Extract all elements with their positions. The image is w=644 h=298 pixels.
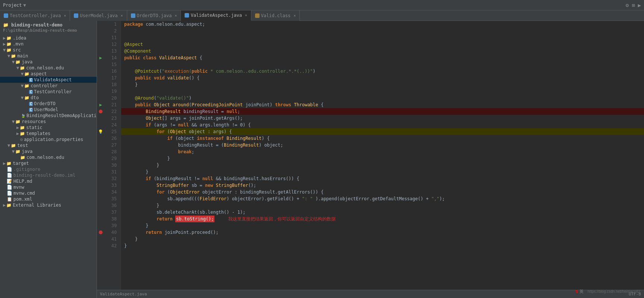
sidebar-item-testcontroller[interactable]: C TestController [0,89,97,95]
code-line-36: } [121,202,644,209]
props-icon: ⚙ [20,137,23,142]
keyword: class [143,54,157,61]
folder-icon: 📁 [6,161,12,166]
tab-close[interactable]: ✕ [64,13,66,18]
gutter-15 [97,61,104,68]
code-line-22: BindingResult bindingResult = null; [121,108,644,115]
folder-icon: 📁 [6,48,12,53]
ln-42: 42 [107,242,118,249]
ln-31: 31 [107,169,118,175]
sidebar-item-pomxml[interactable]: 📋 pom.xml [0,196,97,202]
sidebar-item-usermodel[interactable]: C UserModel [0,107,97,113]
keyword: public [124,54,140,61]
classname: BindingResult [146,108,181,115]
sidebar-item-java[interactable]: ▼ 📁 java [0,59,97,65]
code-text: ) { [261,135,270,142]
code-content[interactable]: package com.nelson.edu.aspect; @Aspect @… [121,21,644,290]
run-gutter-icon[interactable]: ▶ [99,102,102,107]
sidebar-item-resources[interactable]: ▼ 📁 resources [0,119,97,125]
sidebar-item-package-test[interactable]: 📁 com.nelson.edu [0,154,97,160]
tab-close[interactable]: ✕ [120,13,123,18]
ln-22: 22 [107,108,118,115]
code-text: && args.length != 0) { [189,122,251,128]
project-icon: 📁 [3,22,11,28]
java-file-icon [131,13,135,18]
sidebar-item-gitignore[interactable]: 📄 .gitignore [0,166,97,172]
warning-icon: 💡 [98,129,103,134]
tab-testcontroller[interactable]: TestController.java ✕ [0,10,70,21]
keyword: execution [164,68,189,75]
ln-20: 20 [107,95,118,101]
code-editor[interactable]: ▶ ▶ 💡 [97,21,644,290]
tab-orderdto[interactable]: OrderDTO.java ✕ [127,10,181,21]
keyword: null [178,122,189,128]
tab-label: ValidateAspect.java [191,13,242,18]
ln-27: 27 [107,142,118,148]
code-text [124,182,157,189]
gutter: ▶ ▶ 💡 [97,21,104,290]
tab-close[interactable]: ✕ [245,13,247,17]
keyword: if [146,175,151,182]
tab-close[interactable]: ✕ [175,13,177,18]
sidebar-item-appprops[interactable]: ⚙ application.properties [0,137,97,142]
tab-close[interactable]: ✕ [293,13,296,18]
sidebar-item-orderdto[interactable]: C OrderDTO [0,101,97,107]
sidebar-item-target[interactable]: ▶ 📁 target [0,160,97,166]
code-text: bindingResult = ( [124,142,224,148]
keyword: return [146,229,162,236]
code-line-18: } [121,81,644,88]
sidebar-item-application[interactable]: 🍃 BindingResultDemoApplication [0,113,97,119]
file-icon: 📄 [7,185,12,190]
sidebar-item-validateaspect[interactable]: C ValidateAspect [0,77,97,83]
code-line-37: sb.deleteCharAt(sb.length() - 1); [121,209,644,216]
sidebar-item-package[interactable]: ▼ 📁 com.nelson.edu [0,65,97,71]
tab-valid[interactable]: Valid.class ✕ [251,10,300,21]
code-text [124,148,178,155]
sidebar-item-dto[interactable]: ▼ 📁 dto [0,95,97,101]
folder-icon: 📁 [15,60,21,65]
ln-36: 36 [107,202,118,209]
springboot-icon: 🍃 [21,114,25,118]
run-icon[interactable]: ▶ [638,2,641,8]
sidebar-item-aspect[interactable]: ▼ 📁 aspect [0,71,97,77]
sidebar-item-mvn[interactable]: ▶ 📁 .mvn [0,41,97,47]
file-tree: ▶ 📁 .idea ▶ 📁 .mvn ▼ 📁 src ▼ 📁 main [0,34,97,209]
breakpoint-icon[interactable] [99,230,103,234]
status-bar: ValidateAspect.java UTF-8 [97,290,644,298]
breakpoint-icon[interactable] [99,110,103,113]
title-bar-dropdown[interactable]: ▼ [23,3,26,8]
tab-validateaspect[interactable]: ValidateAspect.java ✕ [181,10,251,21]
sidebar-item-help[interactable]: 📝 HELP.md [0,178,97,184]
tab-usermodel[interactable]: UserModel.java ✕ [70,10,127,21]
sidebar-item-templates[interactable]: ▶ 📁 templates [0,131,97,137]
ln-34: 34 [107,189,118,195]
layout-icon[interactable]: ⊞ [632,2,635,8]
code-text: com.nelson.edu.aspect; [143,21,205,28]
sidebar-item-test[interactable]: ▼ 📁 test [0,142,97,148]
sidebar-item-mvnw[interactable]: 📄 mvnw [0,184,97,190]
sidebar-item-static[interactable]: ▶ 📁 static [0,125,97,131]
sidebar-item-iml[interactable]: 📄 binding-result-demo.iml [0,172,97,178]
sidebar-item-java-test[interactable]: ▼ 📁 java [0,148,97,154]
keyword: public [135,75,151,81]
sidebar-item-controller[interactable]: ▼ 📁 controller [0,83,97,89]
code-text [124,189,157,195]
java-file-icon: C [29,108,33,112]
run-gutter-icon[interactable]: ▶ [99,55,102,60]
sidebar-item-mvnwcmd[interactable]: 📄 mvnw.cmd [0,190,97,196]
sidebar-item-main[interactable]: ▼ 📁 main [0,53,97,59]
folder-icon: 📁 [20,66,25,70]
settings-icon[interactable]: ⚙ [626,2,629,8]
ln-28: 28 [107,148,118,155]
sidebar-item-src[interactable]: ▼ 📁 src [0,47,97,53]
sidebar-item-idea[interactable]: ▶ 📁 .idea [0,35,97,41]
expand-icon: ▼ [7,143,10,148]
gutter-41 [97,236,104,242]
sidebar-item-external-libraries[interactable]: ▶ 📁 External Libraries [0,202,97,208]
gutter-42 [97,242,104,249]
expand-icon: ▼ [12,119,15,124]
gutter-13 [97,48,104,54]
string: ": " [302,195,313,202]
code-text: ( [154,95,156,101]
ln-38: 38 [107,216,118,222]
